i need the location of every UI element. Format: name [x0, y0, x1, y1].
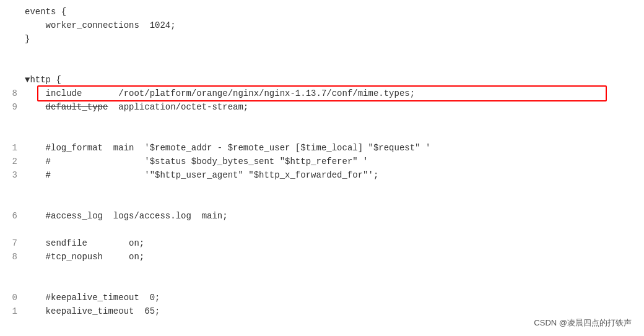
- code-line: [0, 277, 644, 291]
- line-content: keepalive_timeout 65;: [25, 304, 644, 318]
- code-line: [0, 46, 644, 59]
- code-line: ▼http {: [0, 73, 644, 87]
- line-number: 7: [0, 236, 25, 250]
- code-line: [0, 127, 644, 141]
- code-line: 8 #tcp_nopush on;: [0, 250, 644, 264]
- line-content: # '"$http_user_agent" "$http_x_forwarded…: [25, 168, 644, 182]
- code-line: 1 #log_format main '$remote_addr - $remo…: [0, 141, 644, 155]
- line-number: 8: [0, 87, 25, 100]
- line-content: #access_log logs/access.log main;: [25, 209, 644, 223]
- line-number: 2: [0, 155, 25, 168]
- line-content: default_type application/octet-stream;: [25, 100, 644, 114]
- line-content: sendfile on;: [25, 236, 644, 250]
- code-line: 7 sendfile on;: [0, 236, 644, 250]
- line-content: events {: [25, 5, 644, 19]
- code-line: 0 #keepalive_timeout 0;: [0, 291, 644, 304]
- line-content: # '$status $body_bytes_sent "$http_refer…: [25, 155, 644, 168]
- code-line: [0, 264, 644, 277]
- code-line: [0, 182, 644, 196]
- line-content: }: [25, 32, 644, 46]
- code-line: }: [0, 32, 644, 46]
- code-line: 1 keepalive_timeout 65;: [0, 304, 644, 318]
- line-content: #tcp_nopush on;: [25, 250, 644, 264]
- code-line: [0, 59, 644, 73]
- line-number: 6: [0, 209, 25, 223]
- line-content: worker_connections 1024;: [25, 19, 644, 32]
- code-line: 2 # '$status $body_bytes_sent "$http_ref…: [0, 155, 644, 168]
- line-number: 8: [0, 250, 25, 264]
- code-line: 3 # '"$http_user_agent" "$http_x_forward…: [0, 168, 644, 182]
- line-number: 9: [0, 100, 25, 114]
- code-line-include: 8 include /root/platform/orange/nginx/ng…: [0, 87, 644, 100]
- code-line: 6 #access_log logs/access.log main;: [0, 209, 644, 223]
- line-number: 1: [0, 304, 25, 318]
- code-line: [0, 114, 644, 127]
- line-number: 0: [0, 291, 25, 304]
- line-content: include /root/platform/orange/nginx/ngin…: [25, 87, 644, 100]
- code-line: [0, 196, 644, 209]
- line-number: 3: [0, 168, 25, 182]
- line-content: #log_format main '$remote_addr - $remote…: [25, 141, 644, 155]
- code-line: [0, 223, 644, 236]
- watermark: CSDN @凌晨四点的打铁声: [534, 317, 632, 329]
- code-line: worker_connections 1024;: [0, 19, 644, 32]
- line-number: 1: [0, 141, 25, 155]
- code-line: events {: [0, 5, 644, 19]
- line-content: #keepalive_timeout 0;: [25, 291, 644, 304]
- code-container: events { worker_connections 1024; } ▼htt…: [0, 0, 644, 336]
- line-content: ▼http {: [25, 73, 644, 87]
- code-line: 9 default_type application/octet-stream;: [0, 100, 644, 114]
- code-line: [0, 332, 644, 336]
